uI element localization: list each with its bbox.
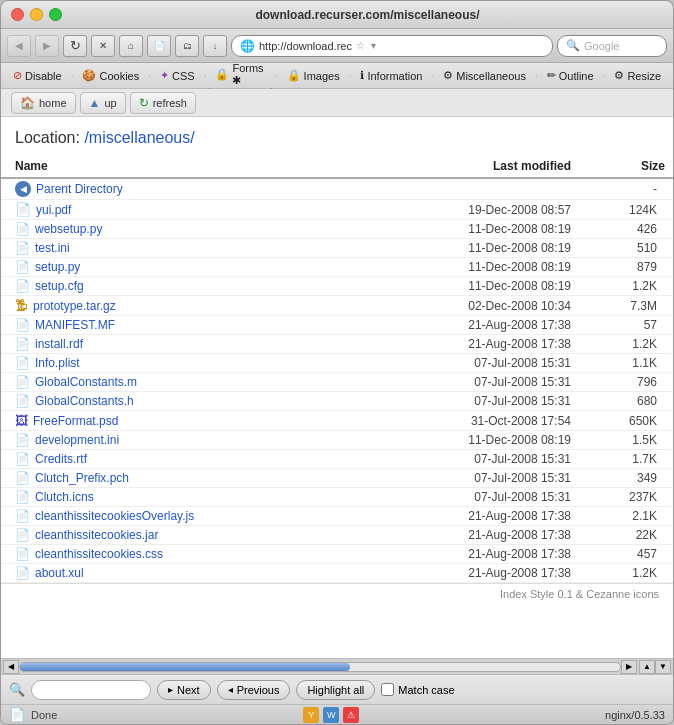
file-link[interactable]: about.xul [35, 566, 84, 580]
scrollbar-track[interactable] [19, 662, 621, 672]
file-icon: 📄 [15, 260, 30, 274]
file-link[interactable]: FreeFormat.psd [33, 414, 118, 428]
file-size: 1.2K [579, 277, 673, 296]
back-button[interactable]: ◀ [7, 35, 31, 57]
maximize-button[interactable] [49, 8, 62, 21]
file-link[interactable]: cleanthissitecookiesOverlay.js [35, 509, 194, 523]
bookmarks-button[interactable]: 📄 [147, 35, 171, 57]
file-link[interactable]: GlobalConstants.m [35, 375, 137, 389]
match-case-checkbox[interactable] [381, 683, 394, 696]
scroll-right-button[interactable]: ▶ [621, 660, 637, 674]
scroll-down-button[interactable]: ▼ [655, 660, 671, 674]
file-date: 07-Jul-2008 15:31 [364, 469, 579, 488]
misc-icon: ⚙ [443, 69, 453, 82]
status-icon-3: ⚠ [343, 707, 359, 723]
scrollbar-thumb[interactable] [20, 663, 350, 671]
navigation-bar: ◀ ▶ ↻ ✕ ⌂ 📄 🗂 ↓ 🌐 http://download.rec ☆ … [1, 29, 673, 63]
search-bar[interactable]: 🔍 Google [557, 35, 667, 57]
minimize-button[interactable] [30, 8, 43, 21]
file-link[interactable]: setup.py [35, 260, 80, 274]
file-link[interactable]: development.ini [35, 433, 119, 447]
file-name-cell: 📄Clutch_Prefix.pch [1, 469, 364, 488]
stop-button[interactable]: ✕ [91, 35, 115, 57]
toolbar-sep-1: · [71, 70, 74, 81]
address-bar[interactable]: 🌐 http://download.rec ☆ ▾ [231, 35, 553, 57]
file-link[interactable]: GlobalConstants.h [35, 394, 134, 408]
file-icon: 📄 [15, 566, 30, 580]
file-date: 07-Jul-2008 15:31 [364, 373, 579, 392]
toolbar-css[interactable]: ✦ CSS [154, 67, 201, 84]
forward-button[interactable]: ▶ [35, 35, 59, 57]
file-icon: 📄 [15, 490, 30, 504]
home-nav-button[interactable]: 🏠 home [11, 92, 76, 114]
close-button[interactable] [11, 8, 24, 21]
file-link[interactable]: yui.pdf [36, 203, 71, 217]
file-link[interactable]: Clutch_Prefix.pch [35, 471, 129, 485]
toolbar-images[interactable]: 🔒 Images [281, 67, 346, 84]
file-name-cell: 📄websetup.py [1, 220, 364, 239]
table-row: 📄setup.cfg11-Dec-2008 08:191.2K [1, 277, 673, 296]
file-name-cell: 📄cleanthissitecookiesOverlay.js [1, 507, 364, 526]
reload-button[interactable]: ↻ [63, 35, 87, 57]
address-text: http://download.rec [259, 40, 352, 52]
file-size: 57 [579, 316, 673, 335]
toolbar-outline[interactable]: ✏ Outline [541, 67, 600, 84]
file-date: 07-Jul-2008 15:31 [364, 450, 579, 469]
file-name-cell: 📄GlobalConstants.m [1, 373, 364, 392]
toolbar-disable[interactable]: ⊘ Disable [7, 67, 68, 84]
refresh-nav-button[interactable]: ↻ refresh [130, 92, 196, 114]
file-icon: 📄 [15, 279, 30, 293]
find-input[interactable] [31, 680, 151, 700]
file-link[interactable]: cleanthissitecookies.jar [35, 528, 158, 542]
history-button[interactable]: 🗂 [175, 35, 199, 57]
file-date: 21-Aug-2008 17:38 [364, 507, 579, 526]
up-nav-button[interactable]: ▲ up [80, 92, 126, 114]
file-link[interactable]: cleanthissitecookies.css [35, 547, 163, 561]
home-button[interactable]: ⌂ [119, 35, 143, 57]
file-link[interactable]: setup.cfg [35, 279, 84, 293]
toolbar-information[interactable]: ℹ Information [354, 67, 428, 84]
file-link[interactable]: test.ini [35, 241, 70, 255]
toolbar-forms[interactable]: 🔒 Forms ✱ [209, 60, 271, 91]
file-link[interactable]: Info.plist [35, 356, 80, 370]
downloads-button[interactable]: ↓ [203, 35, 227, 57]
scroll-up-button[interactable]: ▲ [639, 660, 655, 674]
file-icon: 📄 [15, 547, 30, 561]
main-content: Location: /miscellaneous/ Name Last modi… [1, 117, 673, 658]
file-name-cell: 📄Credits.rtf [1, 450, 364, 469]
file-size: 124K [579, 200, 673, 220]
file-name-cell: 📄setup.py [1, 258, 364, 277]
file-date: 21-Aug-2008 17:38 [364, 316, 579, 335]
file-icon: 📄 [15, 222, 30, 236]
file-size: 426 [579, 220, 673, 239]
table-row: 📄development.ini11-Dec-2008 08:191.5K [1, 431, 673, 450]
file-link[interactable]: prototype.tar.gz [33, 299, 116, 313]
file-link[interactable]: websetup.py [35, 222, 102, 236]
file-date: 11-Dec-2008 08:19 [364, 239, 579, 258]
highlight-all-button[interactable]: Highlight all [296, 680, 375, 700]
status-icon-1: Y [303, 707, 319, 723]
file-icon: 📄 [15, 318, 30, 332]
dropdown-icon[interactable]: ▾ [371, 40, 376, 51]
table-row: 📄websetup.py11-Dec-2008 08:19426 [1, 220, 673, 239]
forms-icon: 🔒 [215, 68, 229, 81]
file-link[interactable]: Parent Directory [36, 182, 123, 196]
toolbar-resize[interactable]: ⚙ Resize [608, 67, 667, 84]
next-button[interactable]: ▸ Next [157, 680, 211, 700]
file-link[interactable]: Credits.rtf [35, 452, 87, 466]
toolbar-cookies[interactable]: 🍪 Cookies [76, 67, 145, 84]
table-row: 📄Info.plist07-Jul-2008 15:311.1K [1, 354, 673, 373]
toolbar-miscellaneous[interactable]: ⚙ Miscellaneous [437, 67, 532, 84]
file-name-cell: 📄GlobalConstants.h [1, 392, 364, 411]
previous-button[interactable]: ◂ Previous [217, 680, 291, 700]
browser-window: download.recurser.com/miscellaneous/ ◀ ▶… [0, 0, 674, 725]
file-name-cell: 📄MANIFEST.MF [1, 316, 364, 335]
file-link[interactable]: install.rdf [35, 337, 83, 351]
file-link[interactable]: MANIFEST.MF [35, 318, 115, 332]
file-size: 680 [579, 392, 673, 411]
file-name-cell: 📄yui.pdf [1, 200, 364, 220]
table-row: 📄Clutch_Prefix.pch07-Jul-2008 15:31349 [1, 469, 673, 488]
scroll-left-button[interactable]: ◀ [3, 660, 19, 674]
file-link[interactable]: Clutch.icns [35, 490, 94, 504]
images-icon: 🔒 [287, 69, 301, 82]
